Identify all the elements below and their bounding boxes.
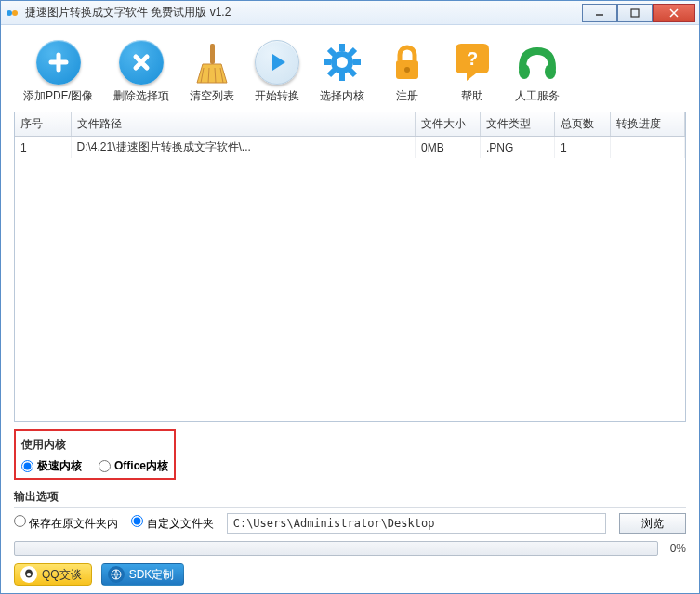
minimize-button[interactable] <box>582 4 617 22</box>
toolbar-label: 添加PDF/图像 <box>23 88 93 104</box>
col-pages[interactable]: 总页数 <box>555 112 611 137</box>
cell-size: 0MB <box>416 137 481 159</box>
output-path-field[interactable]: C:\Users\Administrator\Desktop <box>227 513 606 534</box>
svg-text:?: ? <box>467 48 478 69</box>
svg-point-4 <box>334 54 350 71</box>
start-convert-button[interactable]: 开始转换 <box>255 40 299 104</box>
app-icon <box>5 6 20 20</box>
progress-bar <box>14 541 658 556</box>
toolbar-label: 人工服务 <box>515 88 560 104</box>
svg-point-1 <box>12 10 18 16</box>
footer-label: QQ交谈 <box>42 567 82 583</box>
toolbar-label: 清空列表 <box>190 88 234 104</box>
svg-point-8 <box>519 64 530 79</box>
radio-custom-folder-input[interactable] <box>131 515 143 527</box>
radio-save-original-input[interactable] <box>14 515 26 527</box>
add-pdf-button[interactable]: 添加PDF/图像 <box>23 40 93 104</box>
col-index[interactable]: 序号 <box>15 112 71 137</box>
output-group: 输出选项 保存在原文件夹内 自定义文件夹 C:\Users\Administra… <box>14 487 686 534</box>
cell-type: .PNG <box>481 137 555 159</box>
toolbar-label: 帮助 <box>461 88 483 104</box>
service-button[interactable]: 人工服务 <box>515 40 560 104</box>
window-controls <box>582 4 695 22</box>
radio-save-original[interactable]: 保存在原文件夹内 <box>14 515 118 532</box>
svg-point-6 <box>404 67 410 73</box>
radio-office-kernel[interactable]: Office内核 <box>99 458 168 474</box>
col-progress[interactable]: 转换进度 <box>611 112 685 137</box>
table-header-row: 序号 文件路径 文件大小 文件类型 总页数 转换进度 <box>15 112 685 137</box>
x-icon <box>119 40 164 85</box>
radio-office-kernel-input[interactable] <box>99 460 111 472</box>
app-window: 捷速图片转换成文字软件 免费试用版 v1.2 添加PDF/图像 删除选择项 <box>0 0 700 594</box>
delete-selection-button[interactable]: 删除选择项 <box>113 40 169 104</box>
output-title: 输出选项 <box>14 487 686 508</box>
globe-icon <box>108 566 125 583</box>
svg-rect-2 <box>631 9 639 17</box>
cell-pages: 1 <box>555 137 611 159</box>
radio-custom-folder[interactable]: 自定义文件夹 <box>131 515 213 532</box>
qq-icon <box>20 566 37 583</box>
svg-point-11 <box>27 573 32 576</box>
table-row[interactable]: 1 D:\4.21\捷速图片转换成文字软件\... 0MB .PNG 1 <box>15 137 685 159</box>
broom-icon <box>190 40 234 85</box>
toolbar-label: 选择内核 <box>320 88 364 104</box>
svg-point-0 <box>7 10 12 16</box>
phone-icon <box>515 40 560 85</box>
radio-label: 保存在原文件夹内 <box>29 517 118 530</box>
progress-percent: 0% <box>664 542 686 555</box>
cell-progress <box>611 137 685 159</box>
toolbar-label: 注册 <box>396 88 418 104</box>
content-area: 添加PDF/图像 删除选择项 清空列表 开始转换 <box>1 25 699 593</box>
play-icon <box>255 40 299 85</box>
svg-point-9 <box>545 64 556 79</box>
cell-path: D:\4.21\捷速图片转换成文字软件\... <box>71 137 416 159</box>
radio-fast-kernel[interactable]: 极速内核 <box>21 458 82 474</box>
kernel-highlight: 使用内核 极速内核 Office内核 <box>14 429 176 480</box>
toolbar: 添加PDF/图像 删除选择项 清空列表 开始转换 <box>14 34 686 112</box>
radio-label: 极速内核 <box>37 458 82 474</box>
plus-icon <box>36 40 81 85</box>
radio-label: 自定义文件夹 <box>147 517 214 530</box>
help-icon: ? <box>450 40 495 85</box>
toolbar-label: 开始转换 <box>255 88 299 104</box>
register-button[interactable]: 注册 <box>385 40 429 104</box>
kernel-title: 使用内核 <box>21 435 168 455</box>
titlebar: 捷速图片转换成文字软件 免费试用版 v1.2 <box>1 1 699 25</box>
footer: QQ交谈 SDK定制 <box>14 563 686 586</box>
clear-list-button[interactable]: 清空列表 <box>190 40 234 104</box>
toolbar-label: 删除选择项 <box>113 88 169 104</box>
window-title: 捷速图片转换成文字软件 免费试用版 v1.2 <box>25 5 582 20</box>
radio-fast-kernel-input[interactable] <box>21 460 33 472</box>
progress-row: 0% <box>14 541 686 556</box>
close-button[interactable] <box>653 4 695 22</box>
qq-chat-button[interactable]: QQ交谈 <box>14 563 92 586</box>
svg-rect-3 <box>210 44 215 64</box>
help-button[interactable]: ? 帮助 <box>450 40 495 104</box>
select-kernel-button[interactable]: 选择内核 <box>320 40 364 104</box>
footer-label: SDK定制 <box>129 567 175 583</box>
cell-index: 1 <box>15 137 71 159</box>
kernel-group: 使用内核 极速内核 Office内核 <box>14 429 686 480</box>
maximize-button[interactable] <box>617 4 653 22</box>
col-size[interactable]: 文件大小 <box>416 112 481 137</box>
col-path[interactable]: 文件路径 <box>71 112 416 137</box>
gear-icon <box>320 40 364 85</box>
lock-icon <box>385 40 429 85</box>
browse-button[interactable]: 浏览 <box>619 513 686 534</box>
radio-label: Office内核 <box>114 458 168 474</box>
col-type[interactable]: 文件类型 <box>481 112 555 137</box>
sdk-custom-button[interactable]: SDK定制 <box>101 563 185 586</box>
file-table[interactable]: 序号 文件路径 文件大小 文件类型 总页数 转换进度 1 D:\4.21\捷速图… <box>14 112 686 422</box>
